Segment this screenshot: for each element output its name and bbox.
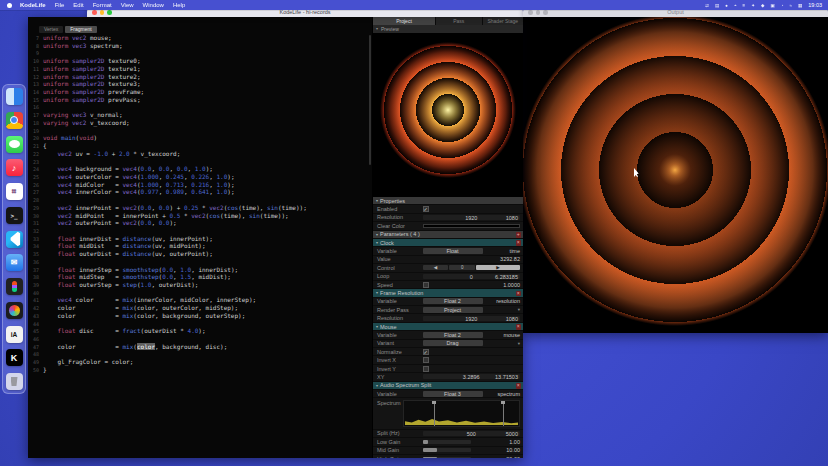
code-line[interactable]: 14uniform sampler2D prevFrame; (30, 88, 366, 96)
tab-pass[interactable]: Pass (436, 17, 483, 25)
type-dropdown[interactable]: Float 2 (423, 298, 483, 304)
clear-color-swatch[interactable] (423, 224, 521, 228)
code-line[interactable]: 38 float midStep = smoothstep(0.0, 1.5, … (30, 273, 366, 281)
code-line[interactable]: 7uniform vec2 mouse; (30, 34, 366, 42)
section-header-audio-spectrum-split[interactable]: ▾Audio Spectrum Split× (373, 382, 523, 390)
code-line[interactable]: 35 float outerDist = distance(uv, outerP… (30, 250, 366, 258)
code-line[interactable]: 22 vec2 uv = -1.0 + 2.0 * v_texcoord; (30, 150, 366, 158)
value-pair-field[interactable]: 06.283185 (423, 274, 521, 279)
menu-item-edit[interactable]: Edit (73, 0, 83, 10)
code-line[interactable]: 12uniform sampler2D texture2; (30, 73, 366, 81)
code-line[interactable]: 11uniform sampler2D texture1; (30, 65, 366, 73)
menubar-status-icon[interactable]: ◔ (781, 3, 784, 8)
menubar-status-icon[interactable]: ● (725, 3, 728, 8)
code-line[interactable]: 29 vec2 innerPoint = vec2(0.0, 0.0) + 0.… (30, 204, 366, 212)
code-line[interactable]: 33 float innerDist = distance(uv, innerP… (30, 235, 366, 243)
gain-slider[interactable] (423, 440, 471, 444)
section-header-frame-resolution[interactable]: ▾Frame Resolution× (373, 289, 523, 297)
value-pair-field[interactable]: 3.289613.71503 (423, 374, 521, 379)
code-area[interactable]: 7uniform vec2 mouse;8uniform vec3 spectr… (30, 34, 366, 456)
ia-writer-dock-icon[interactable]: iA (6, 326, 23, 343)
code-line[interactable]: 26 vec4 midColor = vec4(1.000, 0.713, 0.… (30, 181, 366, 189)
section-remove-button[interactable]: × (516, 324, 522, 330)
value-field[interactable]: 20.00 (506, 456, 520, 458)
select-render-pass[interactable]: Project (423, 307, 483, 313)
menubar-status-icon[interactable]: ◓ (734, 3, 737, 8)
code-line[interactable]: 15uniform sampler2D prevPass; (30, 96, 366, 104)
type-dropdown[interactable]: Float (423, 248, 483, 254)
slack-dock-icon[interactable]: ⌗ (6, 183, 23, 200)
messages-dock-icon[interactable] (6, 136, 23, 153)
code-line[interactable]: 24 vec4 background = vec4(0.0, 0.0, 0.0,… (30, 165, 366, 173)
checkbox-invert-x[interactable] (423, 357, 429, 363)
menu-clock[interactable]: 19:03 (808, 2, 822, 8)
section-header-mouse[interactable]: ▾Mouse× (373, 323, 523, 331)
code-line[interactable]: 46 (30, 335, 366, 343)
control-button[interactable]: 0 (449, 265, 475, 270)
mail-dock-icon[interactable]: ✉ (6, 254, 23, 271)
code-line[interactable]: 48 (30, 350, 366, 358)
vscode-dock-icon[interactable] (6, 231, 23, 248)
gain-slider[interactable] (423, 448, 471, 452)
value-field[interactable]: 3292.82 (500, 256, 520, 262)
section-header-parameters-4[interactable]: ▾Parameters ( 4 )+ (373, 231, 523, 239)
photos-dock-icon[interactable] (6, 302, 23, 319)
checkbox-invert-y[interactable] (423, 366, 429, 372)
finder-dock-icon[interactable] (6, 88, 23, 105)
value-right[interactable]: 1080 (506, 215, 518, 221)
value-field[interactable]: 10.00 (506, 447, 520, 453)
section-header-clock[interactable]: ▾Clock× (373, 239, 523, 247)
checkbox-enabled[interactable]: ✓ (423, 206, 429, 212)
editor-scrollbar[interactable] (369, 35, 371, 165)
menubar-status-icon[interactable]: ▣ (771, 3, 775, 8)
menu-item-file[interactable]: File (55, 0, 65, 10)
code-line[interactable]: 9 (30, 49, 366, 57)
section-remove-button[interactable]: × (516, 240, 522, 246)
code-line[interactable]: 44 (30, 320, 366, 328)
value-field[interactable]: 1.00 (509, 439, 520, 445)
music-dock-icon[interactable]: ♪ (6, 159, 23, 176)
code-line[interactable]: 31 vec2 outerPoint = vec2(0.0, 0.0); (30, 219, 366, 227)
variable-name-field[interactable]: spectrum (497, 391, 520, 397)
value-field[interactable]: 1.0000 (503, 282, 520, 288)
code-line[interactable]: 10uniform sampler2D texture0; (30, 57, 366, 65)
variable-name-field[interactable]: resolution (496, 298, 520, 304)
chevron-down-icon[interactable]: ▾ (518, 341, 520, 346)
menu-item-window[interactable]: Window (143, 0, 164, 10)
menubar-status-icon[interactable]: ◆ (761, 3, 764, 8)
value-pair-field[interactable]: 19201080 (423, 215, 521, 220)
code-line[interactable]: 36 (30, 258, 366, 266)
control-button[interactable]: ◀ (423, 265, 449, 270)
menubar-status-icon[interactable]: ▦ (798, 3, 802, 8)
split-handle[interactable] (434, 401, 435, 426)
gain-slider[interactable] (423, 457, 471, 458)
menu-item-kodelife[interactable]: KodeLife (20, 0, 46, 10)
editor-tab-vertex[interactable]: Vertex (39, 26, 63, 33)
type-dropdown[interactable]: Float 3 (423, 391, 483, 397)
code-line[interactable]: 17varying vec3 v_normal; (30, 111, 366, 119)
trash-dock-icon[interactable] (6, 373, 23, 390)
code-line[interactable]: 21{ (30, 142, 366, 150)
section-add-button[interactable]: + (516, 232, 522, 238)
menu-item-help[interactable]: Help (173, 0, 185, 10)
split-handle[interactable] (503, 401, 504, 426)
menu-item-format[interactable]: Format (93, 0, 112, 10)
code-line[interactable]: 8uniform vec3 spectrum; (30, 42, 366, 50)
code-line[interactable]: 49 gl_FragColor = color; (30, 358, 366, 366)
code-line[interactable]: 28 (30, 196, 366, 204)
checkbox-normalize[interactable]: ✓ (423, 349, 429, 355)
terminal-dock-icon[interactable]: >_ (6, 207, 23, 224)
value-right[interactable]: 13.71503 (495, 374, 518, 380)
chrome-dock-icon[interactable] (6, 112, 23, 129)
code-line[interactable]: 34 float midDist = distance(uv, midPoint… (30, 242, 366, 250)
menu-item-view[interactable]: View (121, 0, 134, 10)
code-line[interactable]: 41 vec4 color = mix(innerColor, midColor… (30, 296, 366, 304)
code-line[interactable]: 16 (30, 103, 366, 111)
checkbox-speed[interactable] (423, 282, 429, 288)
variable-name-field[interactable]: time (510, 248, 520, 254)
code-line[interactable]: 20void main(void) (30, 134, 366, 142)
tab-project[interactable]: Project (373, 17, 436, 25)
type-dropdown[interactable]: Float 2 (423, 332, 483, 338)
code-line[interactable]: 13uniform sampler2D texture3; (30, 80, 366, 88)
figma-dock-icon[interactable] (6, 278, 23, 295)
